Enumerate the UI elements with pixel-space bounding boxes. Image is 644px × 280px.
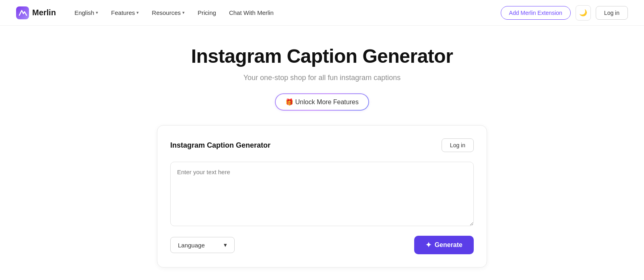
moon-icon: 🌙 [579,9,587,16]
page-subtitle: Your one-stop shop for all fun instagram… [244,74,401,82]
tool-card-footer: Language ▾ ✦ Generate [170,236,474,254]
language-chevron-icon: ▾ [224,241,227,249]
tool-card-title: Instagram Caption Generator [170,141,270,150]
tool-card: Instagram Caption Generator Log in Langu… [157,125,487,268]
logo-link[interactable]: Merlin [16,6,56,19]
chevron-down-icon: ▾ [96,10,98,15]
nav-items: English ▾ Features ▾ Resources ▾ Pricing… [69,6,497,19]
nav-item-chat[interactable]: Chat With Merlin [223,6,279,19]
unlock-features-button[interactable]: 🎁 Unlock More Features [275,93,369,111]
card-login-button[interactable]: Log in [442,138,474,152]
nav-item-features[interactable]: Features ▾ [105,6,144,19]
generate-label: Generate [435,241,462,249]
logo-icon [16,6,29,19]
main-content: Instagram Caption Generator Your one-sto… [0,26,644,280]
add-extension-button[interactable]: Add Merlin Extension [501,6,571,20]
language-label: English [74,9,94,16]
navbar: Merlin English ▾ Features ▾ Resources ▾ … [0,0,644,26]
chevron-down-icon: ▾ [182,10,185,15]
pricing-label: Pricing [198,9,216,16]
chevron-down-icon: ▾ [136,10,139,15]
unlock-label: 🎁 Unlock More Features [285,98,359,106]
nav-item-language[interactable]: English ▾ [69,6,104,19]
page-title: Instagram Caption Generator [191,45,453,67]
nav-item-pricing[interactable]: Pricing [192,6,222,19]
logo-text: Merlin [32,8,56,17]
language-select-label: Language [178,242,205,249]
sparkle-icon: ✦ [425,241,431,249]
generate-button[interactable]: ✦ Generate [414,236,474,254]
nav-right: Add Merlin Extension 🌙 Log in [501,5,628,21]
features-label: Features [111,9,135,16]
caption-text-input[interactable] [170,162,474,226]
chat-label: Chat With Merlin [229,9,274,16]
nav-item-resources[interactable]: Resources ▾ [146,6,190,19]
dark-mode-button[interactable]: 🌙 [576,5,591,21]
nav-login-button[interactable]: Log in [596,6,628,20]
resources-label: Resources [152,9,181,16]
tool-card-header: Instagram Caption Generator Log in [170,138,474,152]
language-select-button[interactable]: Language ▾ [170,237,235,253]
